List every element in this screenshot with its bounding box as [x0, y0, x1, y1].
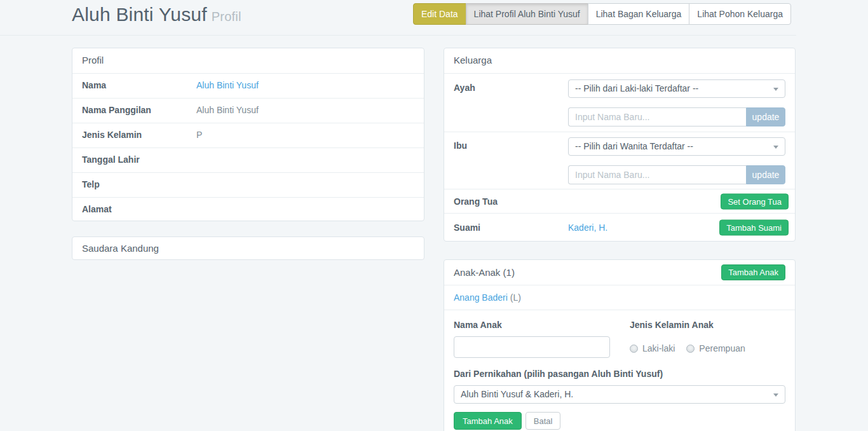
anak-anak-heading: Anak-Anak (1) Tambah Anak	[444, 260, 795, 285]
table-row-tanggal-lahir: Tanggal Lahir	[72, 147, 424, 172]
ibu-select-value: -- Pilih dari Wanita Terdaftar --	[575, 141, 693, 151]
row-label: Alamat	[82, 204, 196, 214]
row-value: P	[196, 130, 202, 140]
jenis-kelamin-anak-label: Jenis Kelamin Anak	[630, 320, 757, 331]
child-gender: (L)	[508, 292, 521, 303]
radio-circle-icon	[686, 345, 695, 353]
saudara-kandung-title: Saudara Kandung	[72, 237, 424, 262]
ayah-select-value: -- Pilih dari Laki-laki Terdaftar --	[575, 83, 698, 93]
ibu-row: Ibu -- Pilih dari Wanita Terdaftar -- up…	[444, 132, 795, 189]
ayah-update-button[interactable]: update	[746, 107, 785, 127]
ibu-name-input[interactable]	[568, 165, 746, 184]
lihat-pohon-keluarga-button[interactable]: Lihat Pohon Keluarga	[689, 3, 791, 25]
table-row-nama: Nama Aluh Binti Yusuf	[72, 73, 424, 98]
radio-perempuan-label: Perempuan	[699, 343, 745, 353]
ayah-row: Ayah -- Pilih dari Laki-laki Terdaftar -…	[444, 73, 795, 132]
ibu-label: Ibu	[454, 137, 568, 189]
saudara-kandung-panel: Saudara Kandung	[72, 236, 424, 260]
ayah-select[interactable]: -- Pilih dari Laki-laki Terdaftar --	[568, 79, 785, 98]
person-name: Aluh Binti Yusuf	[72, 4, 207, 25]
ayah-label: Ayah	[454, 79, 568, 132]
row-label: Nama	[82, 80, 196, 90]
suami-label: Suami	[454, 222, 568, 233]
table-row-alamat: Alamat	[72, 197, 424, 222]
add-child-form: Nama Anak Jenis Kelamin Anak Laki-laki P…	[444, 310, 795, 431]
profil-panel-title: Profil	[72, 48, 424, 73]
row-label: Nama Panggilan	[82, 105, 196, 115]
keluarga-panel-title: Keluarga	[444, 48, 795, 73]
lihat-profil-button[interactable]: Lihat Profil Aluh Binti Yusuf	[466, 3, 588, 25]
lihat-bagan-keluarga-button[interactable]: Lihat Bagan Keluarga	[588, 3, 690, 25]
ibu-select[interactable]: -- Pilih dari Wanita Terdaftar --	[568, 137, 785, 156]
row-label: Telp	[82, 179, 196, 189]
pernikahan-select-value: Aluh Binti Yusuf & Kaderi, H.	[461, 389, 573, 399]
nama-anak-input[interactable]	[454, 336, 610, 358]
ibu-update-button[interactable]: update	[746, 165, 785, 184]
radio-circle-icon	[630, 345, 638, 353]
row-label: Jenis Kelamin	[82, 130, 196, 140]
keluarga-panel: Keluarga Ayah -- Pilih dari Laki-laki Te…	[444, 48, 796, 242]
dari-pernikahan-label: Dari Pernikahan (pilih pasangan Aluh Bin…	[454, 369, 785, 380]
set-orang-tua-button[interactable]: Set Orang Tua	[721, 193, 789, 209]
suami-link[interactable]: Kaderi, H.	[568, 222, 607, 233]
view-toolbar: Edit Data Lihat Profil Aluh Binti Yusuf …	[413, 3, 791, 25]
profil-panel: Profil Nama Aluh Binti Yusuf Nama Panggi…	[72, 48, 424, 221]
tambah-anak-header-button[interactable]: Tambah Anak	[721, 264, 785, 280]
edit-data-button[interactable]: Edit Data	[413, 3, 466, 25]
page-subtitle: Profil	[212, 10, 241, 24]
anak-anak-panel: Anak-Anak (1) Tambah Anak Anang Baderi (…	[444, 259, 796, 431]
child-name-link[interactable]: Anang Baderi	[454, 292, 508, 303]
row-label: Tanggal Lahir	[82, 154, 196, 165]
chevron-down-icon	[773, 88, 778, 91]
orang-tua-label: Orang Tua	[454, 196, 568, 207]
ayah-name-input[interactable]	[568, 107, 746, 127]
row-value: Aluh Binti Yusuf	[196, 105, 259, 115]
batal-button[interactable]: Batal	[526, 412, 561, 430]
suami-row: Suami Kaderi, H. Tambah Suami	[444, 213, 795, 242]
table-row-telp: Telp	[72, 172, 424, 197]
nama-anak-label: Nama Anak	[454, 320, 611, 331]
page-title: Aluh Binti YusufProfil	[72, 4, 241, 25]
orang-tua-row: Orang Tua Set Orang Tua	[444, 189, 795, 213]
radio-laki-laki[interactable]: Laki-laki	[630, 343, 675, 353]
chevron-down-icon	[773, 146, 778, 149]
radio-laki-laki-label: Laki-laki	[642, 343, 675, 353]
table-row-nama-panggilan: Nama Panggilan Aluh Binti Yusuf	[72, 98, 424, 123]
chevron-down-icon	[773, 393, 778, 397]
child-list-item: Anang Baderi (L)	[444, 285, 795, 310]
radio-perempuan[interactable]: Perempuan	[686, 343, 745, 353]
anak-anak-title: Anak-Anak (1)	[454, 267, 515, 278]
nama-value-link[interactable]: Aluh Binti Yusuf	[196, 80, 259, 90]
header-divider	[0, 35, 796, 36]
tambah-anak-submit-button[interactable]: Tambah Anak	[454, 412, 522, 430]
pernikahan-select[interactable]: Aluh Binti Yusuf & Kaderi, H.	[454, 385, 785, 404]
table-row-jenis-kelamin: Jenis Kelamin P	[72, 123, 424, 147]
tambah-suami-button[interactable]: Tambah Suami	[719, 220, 789, 236]
